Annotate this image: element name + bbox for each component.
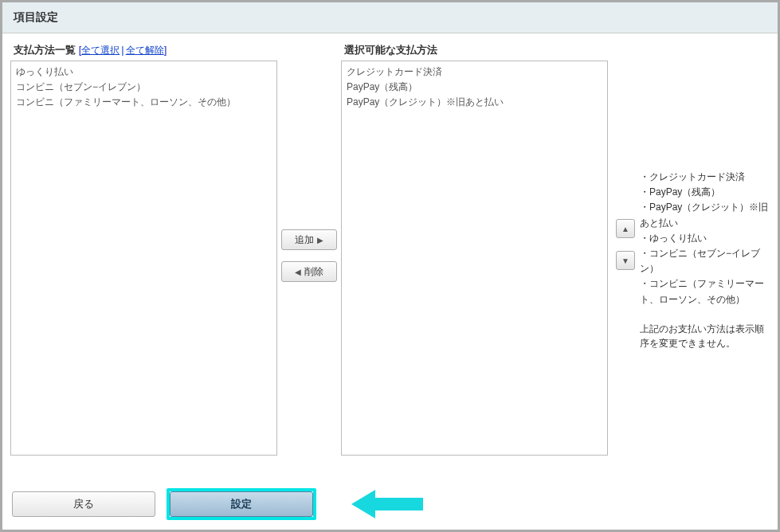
left-listbox[interactable]: ゆっくり払い コンビニ（セブン−イレブン） コンビニ（ファミリーマート、ローソン…	[10, 61, 277, 456]
list-item[interactable]: PayPay（残高）	[347, 80, 602, 95]
select-all-link[interactable]: 全て選択	[81, 45, 120, 56]
fixed-item: ・PayPay（クレジット）※旧あと払い	[640, 200, 770, 230]
set-button-highlight: 設定	[167, 488, 316, 520]
remove-button-label: 削除	[304, 265, 323, 279]
fixed-order-note: 上記のお支払い方法は表示順序を変更できません。	[640, 322, 770, 350]
move-down-button[interactable]: ▼	[616, 251, 635, 270]
list-item[interactable]: コンビニ（セブン−イレブン）	[16, 80, 272, 95]
page-title-bar: 項目設定	[2, 2, 778, 33]
fixed-item: ・PayPay（残高）	[640, 185, 770, 200]
triangle-up-icon: ▲	[621, 225, 629, 233]
left-panel: 支払方法一覧 [全て選択|全て解除] ゆっくり払い コンビニ（セブン−イレブン）…	[10, 38, 277, 456]
right-panel-title-row: 選択可能な支払方法	[341, 38, 608, 61]
fixed-item: ・コンビニ（セブン−イレブン）	[640, 246, 770, 276]
list-item[interactable]: コンビニ（ファミリーマート、ローソン、その他）	[16, 95, 272, 110]
right-panel-title: 選択可能な支払方法	[344, 44, 437, 56]
deselect-all-link[interactable]: 全て解除	[126, 45, 164, 56]
move-up-button[interactable]: ▲	[616, 219, 635, 238]
middle-button-column: 追加 ▶ ◀ 削除	[277, 38, 341, 282]
content-row: 支払方法一覧 [全て選択|全て解除] ゆっくり払い コンビニ（セブン−イレブン）…	[2, 33, 778, 456]
back-button[interactable]: 戻る	[12, 491, 155, 517]
app-frame: 項目設定 支払方法一覧 [全て選択|全て解除] ゆっくり払い コンビニ（セブン−…	[0, 0, 780, 532]
page-title: 項目設定	[14, 10, 58, 23]
remove-button[interactable]: ◀ 削除	[281, 261, 337, 282]
reorder-buttons: ▲ ▼	[616, 170, 640, 270]
fixed-item: ・ゆっくり払い	[640, 231, 770, 246]
side-panel: ▲ ▼ ・クレジットカード決済 ・PayPay（残高） ・PayPay（クレジッ…	[608, 38, 770, 350]
list-item[interactable]: ゆっくり払い	[16, 65, 272, 80]
set-button[interactable]: 設定	[170, 491, 313, 517]
callout-arrow-icon	[351, 488, 423, 520]
triangle-left-icon: ◀	[295, 268, 301, 276]
left-panel-title: 支払方法一覧	[14, 44, 76, 56]
list-item[interactable]: クレジットカード決済	[347, 65, 602, 80]
add-button[interactable]: 追加 ▶	[281, 229, 337, 250]
svg-marker-0	[351, 490, 423, 518]
fixed-item: ・コンビニ（ファミリーマート、ローソン、その他）	[640, 276, 770, 307]
footer-row: 戻る 設定	[12, 488, 423, 520]
fixed-item: ・クレジットカード決済	[640, 170, 770, 185]
triangle-right-icon: ▶	[317, 236, 323, 244]
list-item[interactable]: PayPay（クレジット）※旧あと払い	[347, 95, 602, 110]
left-panel-title-row: 支払方法一覧 [全て選択|全て解除]	[10, 38, 277, 61]
add-button-label: 追加	[295, 233, 314, 247]
right-listbox[interactable]: クレジットカード決済 PayPay（残高） PayPay（クレジット）※旧あと払…	[341, 61, 608, 456]
fixed-order-list: ・クレジットカード決済 ・PayPay（残高） ・PayPay（クレジット）※旧…	[640, 170, 770, 350]
right-panel: 選択可能な支払方法 クレジットカード決済 PayPay（残高） PayPay（ク…	[341, 38, 608, 456]
triangle-down-icon: ▼	[621, 256, 629, 265]
